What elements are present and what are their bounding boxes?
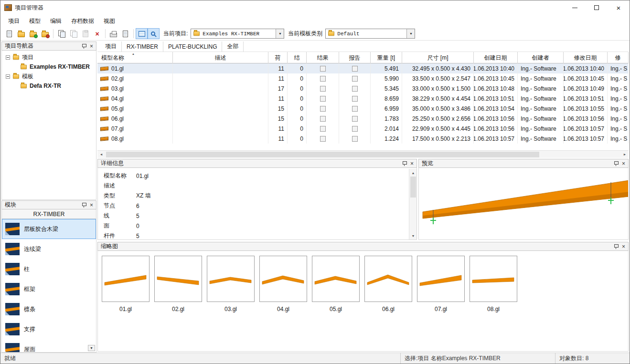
column-header-weight[interactable]: 重量 [t]: [371, 52, 402, 63]
results-checkbox[interactable]: [320, 66, 326, 72]
report-checkbox[interactable]: [352, 96, 358, 102]
results-checkbox[interactable]: [320, 76, 326, 82]
dropdown-arrow-icon[interactable]: ▼: [276, 29, 284, 38]
table-row[interactable]: 05.gl 15 0 6.959 35.000 x 0.500 x 3.486 …: [97, 104, 629, 114]
new-project-button[interactable]: [3, 28, 15, 39]
copy-button[interactable]: [55, 28, 67, 39]
results-checkbox[interactable]: [320, 96, 326, 102]
pin-icon[interactable]: [81, 202, 87, 208]
thumbnail-item[interactable]: 06.gl: [364, 256, 412, 312]
pin-icon[interactable]: [613, 161, 619, 166]
panel-close-icon[interactable]: ×: [89, 43, 94, 49]
column-header-size[interactable]: 尺寸 [m]: [402, 52, 474, 63]
menu-archive-data[interactable]: 存档数据: [66, 15, 99, 27]
details-vertical-scrollbar[interactable]: ▲ ▼: [409, 169, 416, 239]
panel-close-icon[interactable]: ×: [409, 161, 415, 166]
pin-icon[interactable]: [402, 161, 407, 166]
modules-scroll-down-button[interactable]: ▼: [88, 345, 95, 351]
report-button[interactable]: [119, 28, 131, 39]
pin-icon[interactable]: [81, 43, 87, 49]
table-row[interactable]: 06.gl 15 0 1.783 25.250 x 0.500 x 2.656 …: [97, 114, 629, 124]
report-checkbox[interactable]: [352, 86, 358, 92]
current-template-combobox[interactable]: Default ▼: [325, 29, 415, 39]
tab-project[interactable]: 项目: [100, 42, 122, 52]
column-header-results[interactable]: 结果: [307, 52, 339, 63]
results-checkbox[interactable]: [320, 106, 326, 112]
current-project-combobox[interactable]: Examples RX-TIMBER ▼: [191, 29, 284, 39]
column-header-creator[interactable]: 创建者: [518, 52, 564, 63]
panel-close-icon[interactable]: ×: [621, 244, 626, 250]
thumbnails-view-toggle[interactable]: [136, 28, 148, 39]
column-header-modified[interactable]: 修改日期: [564, 52, 608, 63]
scrollbar-thumb[interactable]: [106, 152, 539, 157]
column-header-modifier[interactable]: 修: [608, 52, 629, 63]
report-checkbox[interactable]: [352, 76, 358, 82]
collapse-icon[interactable]: [6, 74, 10, 79]
tab-rx-timber[interactable]: RX-TIMBER: [122, 42, 163, 52]
minimize-button[interactable]: [564, 0, 586, 15]
thumbnail-item[interactable]: 05.gl: [312, 256, 360, 312]
column-header-description[interactable]: 描述: [173, 52, 268, 63]
close-button[interactable]: ×: [608, 0, 630, 15]
results-checkbox[interactable]: [320, 126, 326, 132]
table-row[interactable]: 03.gl 17 0 5.345 33.000 x 0.500 x 1.500 …: [97, 83, 629, 94]
column-header-name[interactable]: 模型名称 ▲: [97, 52, 173, 63]
results-checkbox[interactable]: [320, 136, 326, 142]
menu-model[interactable]: 模型: [24, 15, 45, 27]
results-checkbox[interactable]: [320, 116, 326, 122]
horizontal-scrollbar[interactable]: ◄ ►: [97, 150, 629, 158]
thumbnail-item[interactable]: 02.gl: [154, 256, 202, 312]
preview-view-toggle[interactable]: [148, 28, 160, 39]
maximize-button[interactable]: [586, 0, 608, 15]
module-item-continuous-beam[interactable]: 连续梁: [2, 239, 96, 259]
thumbnail-item[interactable]: 04.gl: [259, 256, 307, 312]
tree-node-examples-rx-timber[interactable]: Examples RX-TIMBER: [2, 62, 96, 72]
table-row[interactable]: 04.gl 11 0 8.659 38.229 x 0.500 x 4.454 …: [97, 94, 629, 104]
scrollbar-thumb[interactable]: [410, 177, 416, 198]
thumbnail-item[interactable]: 07.gl: [417, 256, 465, 312]
table-row[interactable]: 07.gl 11 0 2.014 22.909 x 0.500 x 4.445 …: [97, 124, 629, 134]
module-item-frame[interactable]: 框架: [2, 279, 96, 299]
tree-node-projects[interactable]: 项目: [2, 52, 96, 62]
module-item-column[interactable]: 柱: [2, 259, 96, 279]
tab-all[interactable]: 全部: [222, 42, 244, 52]
module-item-roof[interactable]: 屋面: [2, 339, 96, 353]
table-row[interactable]: 01.gl 11 0 5.491 32.495 x 0.500 x 4.430 …: [97, 63, 629, 73]
tree-node-templates[interactable]: 模板: [2, 72, 96, 81]
tab-plate-buckling[interactable]: PLATE-BUCKLING: [163, 42, 222, 52]
print-button[interactable]: [107, 28, 119, 39]
delete-button[interactable]: ×: [91, 28, 103, 39]
report-checkbox[interactable]: [352, 116, 358, 122]
paste-button[interactable]: [79, 28, 91, 39]
panel-close-icon[interactable]: ×: [89, 202, 94, 208]
column-header-load-cases[interactable]: 荷: [268, 52, 288, 63]
results-checkbox[interactable]: [320, 86, 326, 92]
open-project-button[interactable]: [15, 28, 27, 39]
restore-project-button[interactable]: [39, 28, 51, 39]
panel-close-icon[interactable]: ×: [621, 161, 626, 166]
thumbnail-item[interactable]: 08.gl: [470, 256, 517, 312]
dropdown-arrow-icon[interactable]: ▼: [406, 29, 415, 38]
tree-node-default-template[interactable]: Defa RX-TR: [2, 81, 96, 91]
report-checkbox[interactable]: [352, 136, 358, 142]
collapse-icon[interactable]: [6, 55, 10, 60]
column-header-created[interactable]: 创建日期: [474, 52, 518, 63]
module-item-brace[interactable]: 支撑: [2, 319, 96, 339]
scroll-up-icon[interactable]: ▲: [409, 169, 417, 177]
column-header-report[interactable]: 报告: [339, 52, 371, 63]
column-header-results-count[interactable]: 结: [288, 52, 307, 63]
archive-project-button[interactable]: [27, 28, 39, 39]
report-checkbox[interactable]: [352, 126, 358, 132]
table-row[interactable]: 02.gl 11 0 5.990 33.500 x 0.500 x 2.547 …: [97, 73, 629, 83]
menu-edit[interactable]: 编辑: [45, 15, 66, 27]
thumbnail-item[interactable]: 01.gl: [102, 256, 149, 312]
menu-project[interactable]: 项目: [3, 15, 24, 27]
duplicate-button[interactable]: [67, 28, 79, 39]
report-checkbox[interactable]: [352, 66, 358, 72]
thumbnail-item[interactable]: 03.gl: [207, 256, 255, 312]
scroll-down-icon[interactable]: ▼: [409, 232, 417, 239]
menu-view[interactable]: 视图: [99, 15, 120, 27]
scroll-left-icon[interactable]: ◄: [97, 151, 105, 158]
table-row[interactable]: 08.gl 11 0 1.224 17.500 x 0.500 x 2.213 …: [97, 134, 629, 144]
report-checkbox[interactable]: [352, 106, 358, 112]
